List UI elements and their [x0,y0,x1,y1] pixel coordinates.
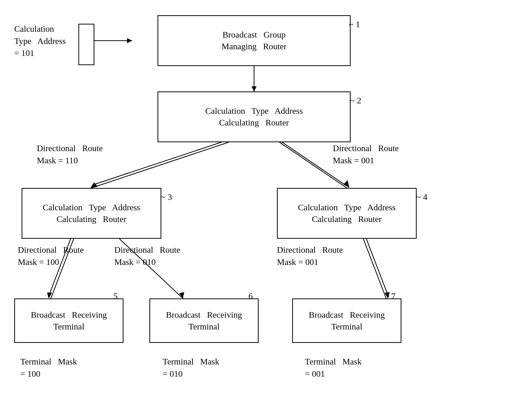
terminal-mask-001-label: Terminal Mask= 001 [305,356,362,380]
node-1-broadcast-group-managing-router: Broadcast GroupManaging Router ~ 1 [158,15,351,66]
node-7-label: Broadcast ReceivingTerminal [309,309,385,332]
node-5-ref: 5 [113,290,118,302]
node-6-label: Broadcast ReceivingTerminal [166,309,242,332]
dir-route-mask-100-label: Directional RouteMask = 100 [18,244,84,268]
terminal-mask-100-label: Terminal Mask= 100 [20,356,77,380]
svg-marker-4 [127,38,132,43]
node-6-ref: 6 [248,290,253,302]
svg-marker-10 [343,180,349,188]
node-2-calc-type-router: Calculation Type AddressCalculating Rout… [158,91,351,142]
svg-marker-7 [90,182,98,188]
node-5-broadcast-receiving-terminal: Broadcast ReceivingTerminal 5 [14,298,123,343]
node-4-label: Calculation Type AddressCalculating Rout… [298,202,396,225]
svg-line-16 [363,239,386,298]
node-5-label: Broadcast ReceivingTerminal [31,309,107,332]
node-4-ref: ~ 4 [416,191,427,203]
node-2-ref: ~ 2 [350,95,361,106]
node-2-label: Calculation Type AddressCalculating Rout… [205,105,303,129]
svg-marker-1 [252,86,257,91]
dir-route-mask-110-label: Directional RouteMask = 110 [37,142,103,166]
svg-line-17 [366,237,389,297]
node-7-ref: 7 [391,290,396,302]
node-3-label: Calculation Type AddressCalculating Rout… [43,202,140,225]
svg-line-6 [93,139,230,185]
svg-marker-15 [179,292,184,298]
svg-line-5 [91,142,229,188]
network-diagram: Broadcast GroupManaging Router ~ 1 Calcu… [0,0,532,398]
node-6-broadcast-receiving-terminal: Broadcast ReceivingTerminal 6 [149,298,259,343]
node-1-label: Broadcast GroupManaging Router [222,29,287,52]
node-4-calc-type-router: Calculation Type AddressCalculating Rout… [277,188,417,239]
svg-marker-13 [47,293,52,298]
node-7-broadcast-receiving-terminal: Broadcast ReceivingTerminal 7 [292,298,401,343]
dir-route-mask-010-label: Directional RouteMask = 010 [114,244,180,268]
dir-route-mask-001-bottom-label: Directional RouteMask = 001 [277,244,343,268]
node-3-ref: ~ 3 [161,191,172,203]
calc-type-address-101-label: CalculationType Address= 101 [14,23,66,59]
dir-route-mask-001-right-label: Directional RouteMask = 001 [333,142,399,166]
node-3-calc-type-router: Calculation Type AddressCalculating Rout… [22,188,161,239]
node-1-ref: ~ 1 [349,19,360,30]
terminal-mask-010-label: Terminal Mask= 010 [163,356,219,380]
svg-marker-18 [385,292,390,298]
svg-rect-2 [79,24,94,65]
